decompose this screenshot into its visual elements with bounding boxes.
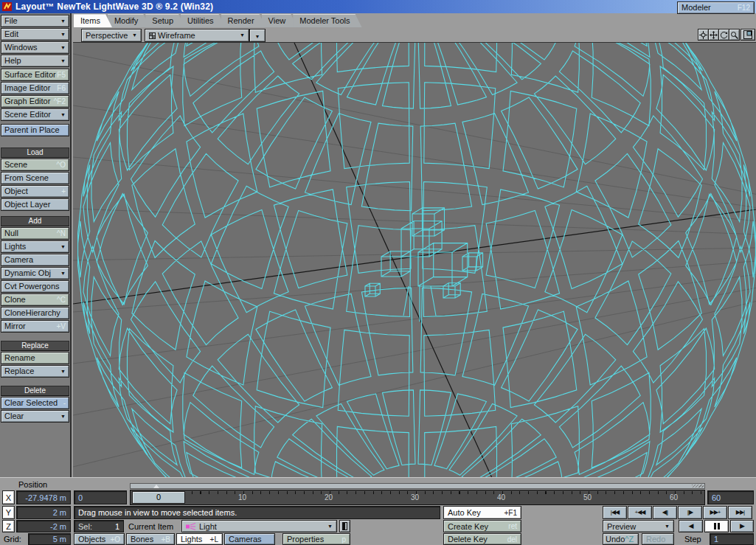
current-frame-field[interactable]: 0 <box>74 490 127 504</box>
lightwave-layout-window: Layout™ NewTek LightWave 3D ® 9.2 (Win32… <box>0 0 756 545</box>
tab-items[interactable]: Items <box>74 14 112 27</box>
timeline-tick-label: 10 <box>238 493 246 501</box>
play-forward-button[interactable]: ▶ <box>730 520 754 532</box>
viewport-background <box>73 43 756 478</box>
item-visibility-button[interactable] <box>339 520 350 532</box>
chevron-down-icon: ▼ <box>60 16 66 26</box>
delete-key-button[interactable]: Delete Keydel <box>443 533 521 545</box>
zoom-view-icon <box>730 31 738 39</box>
sidebar-item-clone[interactable]: Clone^C <box>1 294 69 306</box>
tab-utilities[interactable]: Utilities <box>181 14 225 27</box>
z-axis-button[interactable]: Z <box>2 520 15 532</box>
chevron-down-icon: ▼ <box>60 56 66 66</box>
chevron-down-icon: ▼ <box>60 43 66 52</box>
zoom-view-button[interactable] <box>729 29 740 41</box>
sidebar-item-graph-editor[interactable]: Graph Editor^F2 <box>1 95 69 108</box>
menu-tab-row: ItemsModifySetupUtilitiesRenderViewModel… <box>74 13 756 27</box>
sidebar-item-edit[interactable]: Edit▼ <box>1 28 69 41</box>
sidebar-item-surface-editor[interactable]: Surface EditorF5 <box>1 69 69 81</box>
timeline-tick-label: 20 <box>325 493 333 501</box>
sidebar-item-image-editor[interactable]: Image EditorF6 <box>1 82 69 94</box>
sidebar: File▼Edit▼Windows▼Help▼Surface EditorF5I… <box>0 13 72 478</box>
cameras-mode-button[interactable]: Cameras+C <box>224 533 275 545</box>
tab-render[interactable]: Render <box>221 14 266 27</box>
timeline-tick-label: 30 <box>411 493 419 501</box>
go-to-end-button[interactable]: ▶▶| <box>728 506 752 519</box>
next-frame-button[interactable]: ||▶ <box>678 506 702 519</box>
modeler-button[interactable]: Modeler F12 <box>677 1 755 14</box>
auto-key-button[interactable]: Auto Key+F1 <box>443 506 521 519</box>
tab-modeler-tools[interactable]: Modeler Tools <box>293 14 361 27</box>
selection-count-field: Sel: 1 <box>74 520 124 532</box>
wireframe-mode-icon <box>149 32 156 39</box>
render-mode-dropdown[interactable]: Wireframe▼ <box>145 29 249 42</box>
viewport-options-dropdown[interactable]: ▼ <box>249 29 266 42</box>
view-mode-dropdown[interactable]: Perspective▼ <box>81 29 142 42</box>
sidebar-item-object-layer[interactable]: Object Layer <box>1 198 69 211</box>
z-position-field[interactable]: -2 m <box>16 520 71 532</box>
lights-mode-button[interactable]: Lights+L <box>176 533 223 545</box>
light-icon <box>186 523 196 530</box>
sidebar-item-dynamic-obj[interactable]: Dynamic Obj▼ <box>1 267 69 280</box>
chevron-down-icon: ▼ <box>60 268 66 278</box>
x-position-field[interactable]: -27.9478 m <box>16 490 71 504</box>
tab-modify[interactable]: Modify <box>108 14 150 27</box>
grid-size-field[interactable]: 5 m <box>28 533 71 545</box>
chevron-down-icon: ▼ <box>60 412 66 421</box>
sidebar-item-clear[interactable]: Clear▼ <box>1 410 69 423</box>
sidebar-item-from-scene[interactable]: From Scene <box>1 172 69 184</box>
sidebar-item-help[interactable]: Help▼ <box>1 55 69 67</box>
sidebar-item-object[interactable]: Object+ <box>1 185 69 198</box>
preview-dropdown[interactable]: Preview▼ <box>603 520 674 532</box>
previous-key-button[interactable]: +◀◀ <box>628 506 652 519</box>
pause-button[interactable] <box>704 520 729 532</box>
current-item-dropdown[interactable]: Light▼ <box>181 520 337 532</box>
redo-button[interactable]: Redo <box>642 533 674 545</box>
sidebar-item-clonehierarchy[interactable]: CloneHierarchy <box>1 307 69 319</box>
go-to-start-button[interactable]: |◀◀ <box>603 506 627 519</box>
sidebar-item-null[interactable]: Null^N <box>1 227 69 240</box>
objects-mode-button[interactable]: Objects+O <box>74 533 125 545</box>
play-reverse-button[interactable]: ◀ <box>679 520 703 532</box>
sidebar-item-camera[interactable]: Camera <box>1 254 69 266</box>
maximize-viewport-button[interactable] <box>741 29 755 41</box>
sidebar-item-lights[interactable]: Lights▼ <box>1 240 69 253</box>
previous-frame-button[interactable]: ◀|| <box>653 506 677 519</box>
sidebar-item-replace[interactable]: Replace▼ <box>1 365 69 378</box>
section-header-add: Add <box>1 216 69 226</box>
x-axis-button[interactable]: X <box>2 490 15 504</box>
properties-mode-button[interactable]: Propertiesp <box>282 533 350 545</box>
viewport-3d[interactable] <box>73 42 756 478</box>
tab-view[interactable]: View <box>262 14 298 27</box>
timeline-scrollbar[interactable] <box>130 483 705 489</box>
y-axis-button[interactable]: Y <box>2 506 15 519</box>
sidebar-item-scene[interactable]: Scene^O <box>1 159 69 171</box>
rotate-view-button[interactable] <box>718 29 729 41</box>
sidebar-item-windows[interactable]: Windows▼ <box>1 41 69 54</box>
sidebar-item-mirror[interactable]: Mirror+V <box>1 320 69 333</box>
shortcut-hint: +V <box>56 322 66 331</box>
timeline-handle[interactable]: 0 <box>132 491 185 504</box>
tab-setup[interactable]: Setup <box>145 14 185 27</box>
move-view-button[interactable] <box>708 29 719 41</box>
sidebar-item-cvt-powergons[interactable]: Cvt Powergons <box>1 280 69 293</box>
chevron-down-icon: ▼ <box>60 29 66 39</box>
step-field[interactable]: 1 <box>710 533 754 545</box>
shortcut-hint: ^C <box>57 295 66 305</box>
center-view-button[interactable] <box>698 29 709 41</box>
end-frame-field[interactable]: 60 <box>707 490 754 504</box>
sidebar-item-scene-editor[interactable]: Scene Editor▼ <box>1 108 69 121</box>
create-key-button[interactable]: Create Keyret <box>443 520 521 532</box>
app-icon <box>2 1 13 12</box>
sidebar-item-file[interactable]: File▼ <box>1 15 69 27</box>
next-key-button[interactable]: ▶▶+ <box>703 506 727 519</box>
timeline-ruler[interactable]: 102030405060 0 <box>130 490 705 505</box>
sidebar-item-rename[interactable]: Rename <box>1 352 69 364</box>
bones-mode-button[interactable]: Bones+B <box>126 533 175 545</box>
y-position-field[interactable]: 2 m <box>16 506 71 519</box>
sidebar-item-parent-in-place[interactable]: Parent in Place <box>1 124 69 136</box>
position-panel-label: Position <box>18 480 47 489</box>
undo-button[interactable]: Undo^Z <box>603 533 639 545</box>
timeline-resize-grip[interactable] <box>692 485 704 487</box>
sidebar-item-clear-selected[interactable]: Clear Selected- <box>1 397 69 409</box>
